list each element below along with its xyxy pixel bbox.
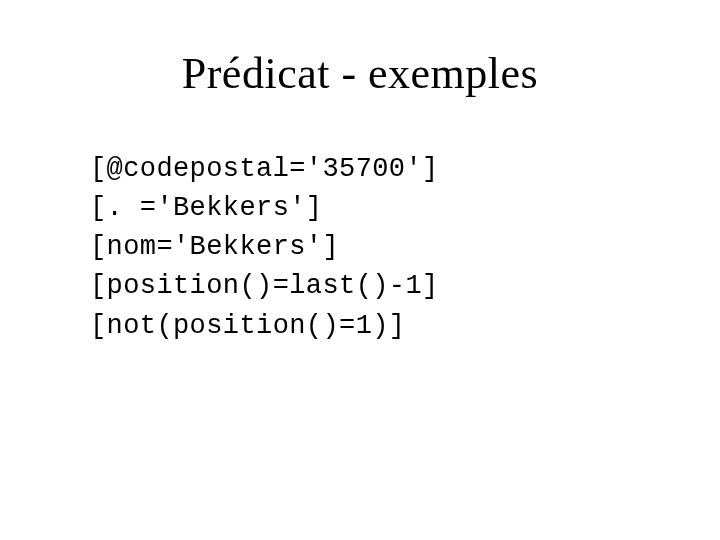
slide-body: [@codepostal='35700'] [. ='Bekkers'] [no…	[90, 150, 660, 346]
code-line: [not(position()=1)]	[90, 307, 660, 346]
slide: Prédicat - exemples [@codepostal='35700'…	[0, 0, 720, 540]
code-line: [position()=last()-1]	[90, 267, 660, 306]
code-line: [. ='Bekkers']	[90, 189, 660, 228]
code-line: [@codepostal='35700']	[90, 150, 660, 189]
code-line: [nom='Bekkers']	[90, 228, 660, 267]
slide-title: Prédicat - exemples	[0, 48, 720, 99]
